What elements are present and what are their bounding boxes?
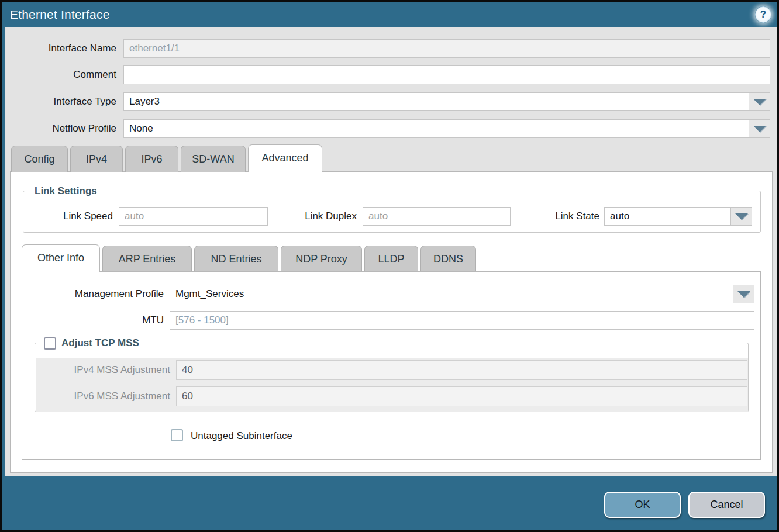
netflow-profile-field[interactable] xyxy=(123,119,749,138)
link-duplex-label: Link Duplex xyxy=(271,207,357,226)
link-speed-label: Link Speed xyxy=(37,207,113,226)
footer-bar: OK Cancel xyxy=(2,476,777,530)
subtab-ddns[interactable]: DDNS xyxy=(420,246,476,272)
tab-ipv4[interactable]: IPv4 xyxy=(70,146,123,172)
management-profile-label: Management Profile xyxy=(37,285,164,303)
link-settings-legend: Link Settings xyxy=(30,184,101,199)
untagged-subinterface-label: Untagged Subinterface xyxy=(191,429,292,443)
subtab-lldp[interactable]: LLDP xyxy=(364,246,418,272)
titlebar: Ethernet Interface ? xyxy=(2,2,777,27)
help-icon[interactable]: ? xyxy=(755,6,771,23)
tab-config[interactable]: Config xyxy=(11,146,68,172)
link-state-label: Link State xyxy=(516,207,599,226)
subtab-arp-entries[interactable]: ARP Entries xyxy=(102,246,192,272)
chevron-down-icon xyxy=(753,126,766,132)
subtab-ndp-proxy[interactable]: NDP Proxy xyxy=(281,246,362,272)
interface-name-field xyxy=(123,39,770,58)
mtu-label: MTU xyxy=(37,311,164,330)
subtab-other-info[interactable]: Other Info xyxy=(22,244,100,272)
ipv4-mss-label: IPv4 MSS Adjustment xyxy=(49,360,170,380)
management-profile-dropdown-button[interactable] xyxy=(733,285,754,303)
netflow-profile-dropdown-button[interactable] xyxy=(749,119,770,138)
interface-type-dropdown-button[interactable] xyxy=(749,92,770,111)
dialog-title: Ethernet Interface xyxy=(10,2,110,27)
netflow-profile-label: Netflow Profile xyxy=(2,119,116,138)
tab-ipv6[interactable]: IPv6 xyxy=(125,146,178,172)
interface-name-label: Interface Name xyxy=(2,39,116,58)
cancel-button[interactable]: Cancel xyxy=(688,492,765,518)
link-speed-field[interactable] xyxy=(119,207,268,226)
tab-sdwan[interactable]: SD-WAN xyxy=(181,146,246,172)
link-duplex-field[interactable] xyxy=(363,207,511,226)
ethernet-interface-dialog: Ethernet Interface ? Interface Name Comm… xyxy=(0,0,779,532)
interface-type-label: Interface Type xyxy=(2,92,116,111)
chevron-down-icon xyxy=(753,99,766,105)
adjust-tcp-mss-checkbox[interactable] xyxy=(44,337,56,350)
chevron-down-icon xyxy=(737,291,750,298)
comment-field[interactable] xyxy=(123,65,770,84)
link-state-field[interactable] xyxy=(604,207,731,226)
comment-label: Comment xyxy=(2,65,116,84)
link-settings-legend-text: Link Settings xyxy=(35,185,97,197)
ipv4-mss-field xyxy=(176,360,747,380)
tab-advanced[interactable]: Advanced xyxy=(248,144,322,172)
link-state-dropdown-button[interactable] xyxy=(730,207,752,226)
management-profile-field[interactable] xyxy=(170,285,733,303)
chevron-down-icon xyxy=(735,213,748,220)
ok-button[interactable]: OK xyxy=(604,492,681,518)
ipv6-mss-field xyxy=(176,386,747,406)
interface-type-field[interactable] xyxy=(123,92,749,111)
mtu-field[interactable] xyxy=(170,311,754,330)
adjust-tcp-mss-legend: Adjust TCP MSS xyxy=(40,336,143,351)
untagged-subinterface-checkbox[interactable] xyxy=(171,429,183,441)
adjust-tcp-mss-legend-text: Adjust TCP MSS xyxy=(61,337,139,349)
subtab-nd-entries[interactable]: ND Entries xyxy=(194,246,278,272)
ipv6-mss-label: IPv6 MSS Adjustment xyxy=(49,386,170,406)
